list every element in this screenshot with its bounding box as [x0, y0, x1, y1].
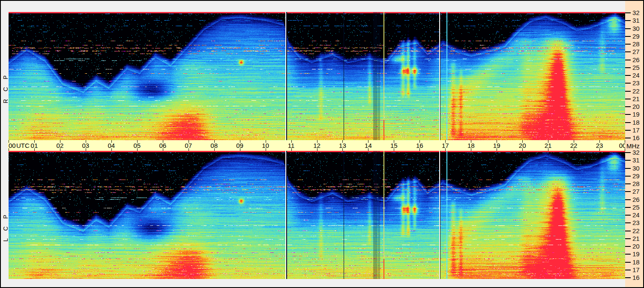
- hour-label: 20: [519, 142, 526, 149]
- hour-label: 06: [159, 142, 166, 149]
- hour-label: 21: [545, 142, 552, 149]
- hour-label: 12: [313, 142, 321, 149]
- freq-label: 31: [632, 157, 643, 164]
- polarization-label-lcp: L C P: [2, 203, 9, 250]
- hour-label: 23: [596, 142, 603, 149]
- freq-tick: [625, 254, 631, 255]
- hour-label: 01: [31, 142, 38, 149]
- bottom-gutter: [1, 279, 625, 287]
- hour-label: 05: [133, 142, 141, 149]
- freq-label: 20: [632, 243, 643, 250]
- hour-label: 11: [288, 142, 295, 149]
- freq-label: 32: [632, 9, 643, 16]
- freq-label: 22: [632, 88, 643, 95]
- freq-label: 17: [632, 127, 643, 134]
- freq-tick: [625, 114, 631, 115]
- freq-tick: [625, 91, 631, 92]
- hour-label: 03: [82, 142, 90, 149]
- freq-tick: [625, 28, 631, 29]
- freq-label: 21: [632, 96, 643, 102]
- title-bar: AJ4CO Observatory 21 May 2022 - DPS on T…: [1, 1, 625, 12]
- freq-label: 19: [632, 111, 643, 118]
- hour-label: 19: [493, 142, 500, 149]
- freq-tick: [625, 176, 631, 177]
- freq-tick: [625, 262, 631, 263]
- freq-tick: [625, 277, 631, 278]
- hour-label: 15: [390, 142, 398, 149]
- hour-label: 14: [365, 142, 372, 149]
- freq-tick: [625, 183, 631, 184]
- freq-tick: [625, 152, 631, 153]
- freq-label: 30: [632, 25, 643, 32]
- polarization-label-rcp: R C P: [2, 64, 9, 111]
- hour-label: 09: [236, 142, 243, 149]
- freq-label: 24: [632, 212, 643, 219]
- freq-tick: [625, 122, 631, 123]
- hour-label: 16: [416, 142, 423, 149]
- freq-tick: [625, 215, 631, 216]
- hour-label: 10: [262, 142, 269, 149]
- freq-tick: [625, 168, 631, 169]
- utc-unit-label: UTC: [16, 142, 30, 149]
- freq-label: 26: [632, 57, 643, 63]
- freq-label: 29: [632, 33, 643, 40]
- freq-tick: [625, 207, 631, 208]
- hour-label: 04: [108, 142, 115, 149]
- freq-label: 23: [632, 80, 643, 87]
- freq-label: 25: [632, 64, 643, 71]
- freq-tick: [625, 270, 631, 270]
- time-axis: UTC 000102030405060708091011121314151617…: [8, 140, 625, 151]
- freq-label: 32: [632, 149, 643, 156]
- freq-tick: [625, 222, 631, 223]
- freq-tick: [625, 36, 631, 37]
- hour-label: 17: [442, 142, 449, 149]
- freq-label: 22: [632, 228, 643, 234]
- freq-label: 30: [632, 165, 643, 172]
- freq-label: 20: [632, 103, 643, 110]
- freq-label: 26: [632, 196, 643, 203]
- freq-tick: [625, 106, 631, 107]
- mhz-unit-label: MHz: [626, 143, 640, 149]
- freq-label: 18: [632, 119, 643, 126]
- hour-label: 13: [339, 142, 346, 149]
- freq-tick: [625, 12, 631, 13]
- freq-label: 18: [632, 259, 643, 266]
- freq-tick: [625, 138, 631, 138]
- freq-label: 28: [632, 180, 643, 187]
- freq-tick: [625, 75, 631, 76]
- hour-label: 02: [57, 142, 64, 149]
- hour-label: 00: [9, 142, 16, 149]
- freq-label: 23: [632, 219, 643, 226]
- freq-label: 27: [632, 188, 643, 195]
- freq-tick: [625, 44, 631, 45]
- freq-tick: [625, 60, 631, 60]
- freq-tick: [625, 231, 631, 231]
- spectrogram-rcp: [9, 12, 625, 140]
- freq-label: 24: [632, 72, 643, 79]
- freq-tick: [625, 67, 631, 68]
- freq-label: 28: [632, 41, 643, 48]
- freq-label: 19: [632, 251, 643, 258]
- freq-tick: [625, 199, 631, 200]
- freq-tick: [625, 130, 631, 131]
- freq-label: 31: [632, 17, 643, 24]
- freq-label: 21: [632, 235, 643, 242]
- freq-axis-gutter: MHz 323130292827262524232221201918171632…: [625, 1, 643, 287]
- freq-label: 29: [632, 173, 643, 180]
- freq-tick: [625, 99, 631, 99]
- app-frame: AJ4CO Observatory 21 May 2022 - DPS on T…: [0, 0, 644, 288]
- hour-label: 07: [185, 142, 192, 149]
- freq-tick: [625, 83, 631, 84]
- hour-label: 08: [210, 142, 218, 149]
- freq-tick: [625, 191, 631, 192]
- freq-tick: [625, 20, 631, 21]
- hour-label: 22: [570, 142, 578, 149]
- freq-tick: [625, 51, 631, 52]
- freq-label: 16: [632, 135, 643, 141]
- freq-label: 27: [632, 48, 643, 55]
- freq-tick: [625, 160, 631, 161]
- spectrogram-lcp: [9, 151, 625, 279]
- hour-label: 18: [467, 142, 475, 149]
- freq-label: 25: [632, 204, 643, 211]
- freq-tick: [625, 246, 631, 247]
